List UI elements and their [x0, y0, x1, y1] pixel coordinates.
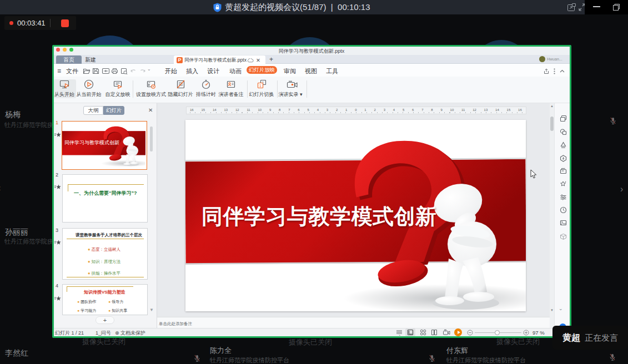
svg-text:1: 1: [259, 83, 262, 88]
